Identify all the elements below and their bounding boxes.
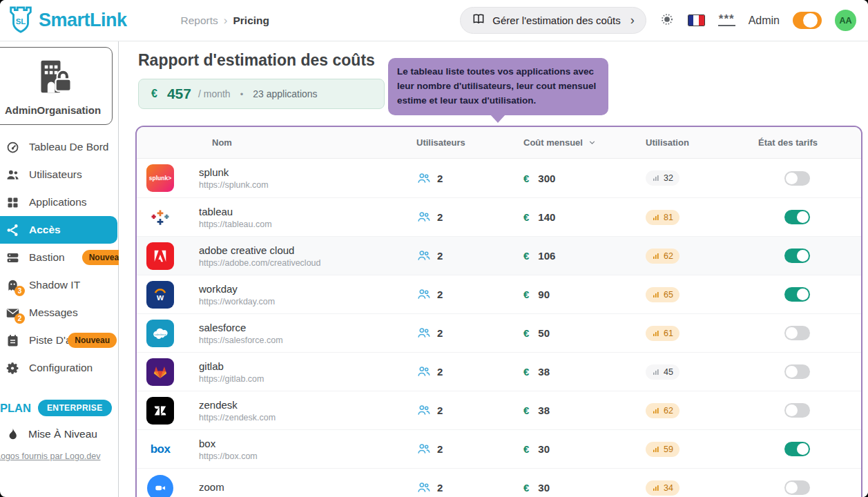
app-url: https://box.com xyxy=(199,451,416,461)
table-row: box box https://box.com 2 € 30 xyxy=(137,429,861,468)
table-header-row: Nom Utilisateurs Coût mensuel Utilisatio… xyxy=(137,127,861,159)
bar-chart-icon xyxy=(652,252,660,260)
column-header-cout-mensuel[interactable]: Coût mensuel xyxy=(523,137,646,148)
bar-chart-icon xyxy=(652,368,660,376)
tableau-logo xyxy=(146,204,174,231)
organisation-name: AdminOrganisation xyxy=(0,104,108,116)
sidebar-item-piste-d-audit[interactable]: Piste D'audit Nouveau xyxy=(0,327,118,354)
breadcrumb: Reports › Pricing xyxy=(181,14,270,28)
app-url: https://tableau.com xyxy=(199,220,416,229)
sidebar-nav: Tableau De Bord Utilisateurs Application… xyxy=(0,133,118,382)
grid-icon xyxy=(6,195,20,210)
users-icon xyxy=(416,442,431,456)
avatar[interactable]: AA xyxy=(835,10,856,31)
sidebar-item-bastion[interactable]: Bastion Nouveau xyxy=(0,244,118,271)
app-url: https://workday.com xyxy=(199,297,416,306)
cost-period: / month xyxy=(198,88,231,99)
box-logo: box xyxy=(146,436,174,463)
organisation-card[interactable]: AdminOrganisation xyxy=(0,47,113,125)
pricing-toggle[interactable] xyxy=(784,171,810,186)
sidebar-item-upgrade[interactable]: Mise À Niveau xyxy=(0,427,118,440)
euro-icon: € xyxy=(523,250,529,262)
table-row: tableau https://tableau.com 2 € 140 xyxy=(137,197,861,236)
breadcrumb-parent[interactable]: Reports xyxy=(181,14,218,27)
bar-chart-icon xyxy=(652,484,660,492)
pricing-toggle[interactable] xyxy=(784,326,810,340)
shield-logo-icon: SL xyxy=(7,5,35,37)
nouveau-badge: Nouveau xyxy=(68,333,117,348)
euro-icon: € xyxy=(523,289,529,300)
bar-chart-icon xyxy=(652,329,660,338)
svg-text:w: w xyxy=(156,292,164,302)
server-icon xyxy=(6,251,20,265)
pricing-toggle[interactable] xyxy=(784,403,810,418)
manage-costs-label: Gérer l'estimation des coûts xyxy=(492,14,620,26)
brand-name: SmartLink xyxy=(39,10,127,31)
utilization-badge: 81 xyxy=(646,210,679,225)
table-row: zendesk https://zendesk.com 2 € 38 xyxy=(137,391,861,429)
adobe-logo xyxy=(146,242,174,270)
app-name: workday xyxy=(199,283,416,295)
bar-chart-icon xyxy=(652,174,660,182)
users-icon xyxy=(416,287,431,302)
sun-icon[interactable] xyxy=(659,12,675,30)
monthly-cost: 30 xyxy=(538,482,550,494)
sidebar-item-acc-s[interactable]: Accès xyxy=(0,216,117,244)
app-name: adobe creative cloud xyxy=(199,244,416,256)
tooltip-arrow xyxy=(490,115,505,123)
logo-credit-link[interactable]: Logos fournis par Logo.dev xyxy=(0,451,101,461)
utilization-badge: 65 xyxy=(646,287,679,302)
euro-icon: € xyxy=(523,482,529,494)
app-name: zoom xyxy=(199,481,416,493)
dashboard-icon xyxy=(6,140,20,155)
plan-enterprise-badge: ENTERPRISE xyxy=(38,400,112,416)
users-icon xyxy=(416,480,431,495)
column-header-etat-des-tarifs[interactable]: État des tarifs xyxy=(758,137,861,148)
column-header-nom[interactable]: Nom xyxy=(199,137,416,148)
manage-costs-button[interactable]: Gérer l'estimation des coûts › xyxy=(460,7,646,34)
pricing-toggle[interactable] xyxy=(784,480,810,495)
sidebar-item-applications[interactable]: Applications xyxy=(0,188,118,216)
pricing-toggle[interactable] xyxy=(784,210,810,224)
monthly-cost: 30 xyxy=(538,443,550,455)
sidebar-item-utilisateurs[interactable]: Utilisateurs xyxy=(0,161,118,188)
table-tooltip: Le tableau liste toutes vos applications… xyxy=(388,58,608,115)
zendesk-logo xyxy=(146,397,174,425)
monthly-cost: 300 xyxy=(538,173,555,184)
utilization-badge: 34 xyxy=(646,480,679,496)
column-header-utilisation[interactable]: Utilisation xyxy=(646,137,758,148)
app-name: tableau xyxy=(199,206,416,217)
admin-toggle[interactable] xyxy=(793,12,822,29)
breadcrumb-separator-icon: › xyxy=(224,14,228,28)
gear-icon xyxy=(6,361,20,376)
separator-dot: • xyxy=(240,89,244,99)
flame-icon xyxy=(6,427,19,440)
brand-logo[interactable]: SL SmartLink xyxy=(7,5,127,37)
french-flag-icon[interactable] xyxy=(688,14,705,26)
bar-chart-icon xyxy=(652,445,660,454)
pricing-toggle[interactable] xyxy=(784,287,810,302)
monthly-cost: 90 xyxy=(538,289,550,300)
euro-icon: € xyxy=(523,327,529,339)
ghost-icon: 3 xyxy=(6,278,20,293)
applications-count: 23 applications xyxy=(253,88,317,99)
utilization-badge: 59 xyxy=(646,442,679,457)
pricing-toggle[interactable] xyxy=(784,442,810,456)
users-count: 2 xyxy=(437,482,443,494)
sidebar-item-configuration[interactable]: Configuration xyxy=(0,354,118,382)
app-name: gitlab xyxy=(199,360,416,372)
sidebar-item-shadow-it[interactable]: 3 Shadow IT xyxy=(0,271,118,299)
sidebar-item-tableau-de-bord[interactable]: Tableau De Bord xyxy=(0,133,118,161)
pricing-toggle[interactable] xyxy=(784,248,810,263)
users-icon xyxy=(416,210,431,224)
book-icon xyxy=(472,12,485,28)
salesforce-logo: salesforce xyxy=(146,320,174,347)
pricing-toggle[interactable] xyxy=(784,364,810,379)
utilization-badge: 45 xyxy=(646,364,679,380)
dots-menu-icon[interactable]: *** xyxy=(718,15,735,26)
splunk-logo: splunk> xyxy=(146,164,174,192)
app-name: splunk xyxy=(199,166,416,178)
column-header-utilisateurs[interactable]: Utilisateurs xyxy=(416,137,523,148)
sidebar-item-messages[interactable]: 2 Messages xyxy=(0,299,118,327)
users-icon xyxy=(6,168,20,182)
